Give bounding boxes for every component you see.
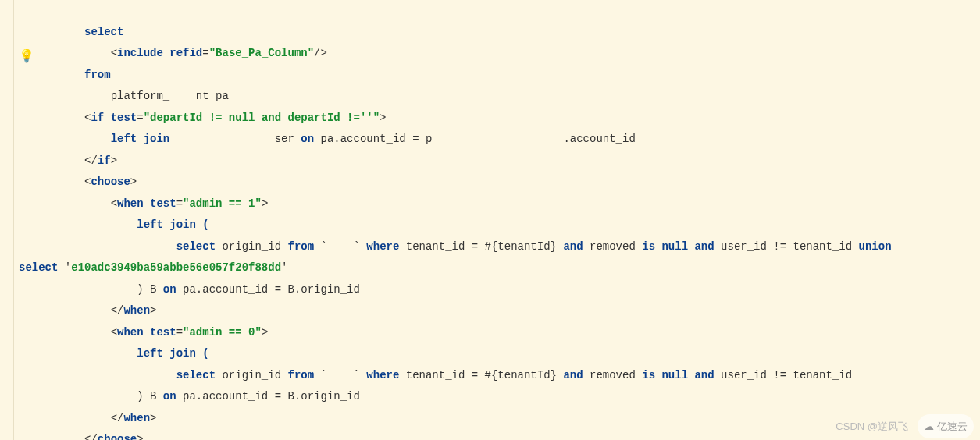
keyword-select: select: [176, 240, 216, 253]
keyword-and: and: [694, 240, 714, 253]
join-condition-b: pa.account_id = B.origin_id: [176, 283, 360, 296]
test-value-departid: "departId != null and departId !=''": [144, 112, 380, 124]
keyword-on: on: [301, 133, 314, 145]
keyword-from: from: [287, 240, 314, 253]
include-tag: include: [117, 47, 163, 59]
tag-close-open: </: [84, 154, 98, 167]
keyword-left-join-paren: left join (: [137, 347, 208, 360]
test-admin-1: "admin == 1": [183, 197, 262, 210]
keyword-from: from: [84, 69, 111, 81]
tag-close: >: [150, 412, 156, 424]
choose-tag: choose: [91, 176, 130, 188]
quote: ': [58, 261, 71, 274]
table-name-suf: nt pa: [196, 90, 229, 102]
backtick: `: [314, 240, 327, 253]
tag-close-open: </: [111, 412, 124, 424]
md5-string: e10adc3949ba59abbe56e057f20f88dd: [71, 261, 281, 274]
gutter: [0, 0, 14, 440]
keyword-left-join-paren: left join (: [137, 218, 208, 231]
equals: =: [202, 47, 208, 59]
keyword-on: on: [163, 283, 176, 296]
keyword-from: from: [287, 369, 314, 381]
if-close-tag: if: [98, 154, 111, 167]
tag-close: >: [111, 154, 117, 167]
code-editor[interactable]: select <include refid="Base_Pa_Column"/>…: [14, 0, 980, 440]
keyword-left-join: left join: [111, 133, 170, 145]
refid-value: "Base_Pa_Column": [209, 47, 314, 59]
keyword-where: where: [366, 369, 399, 381]
when-tag: when: [117, 197, 144, 210]
alias-b: ) B: [137, 283, 163, 296]
quote: ': [281, 261, 287, 274]
tag-close: >: [130, 176, 137, 188]
keyword-select: select: [19, 261, 58, 274]
keyword-where: where: [366, 240, 399, 253]
keyword-select: select: [84, 26, 123, 38]
redacted-text: [327, 369, 354, 381]
if-tag: if: [91, 112, 104, 124]
attr-refid: refid: [169, 47, 202, 59]
redacted-text: [327, 240, 354, 253]
where-clause: tenant_id = #{tenantId}: [399, 240, 563, 253]
redacted-text: [169, 90, 196, 102]
keyword-and: and: [694, 369, 714, 381]
attr-test: test: [111, 112, 137, 124]
tag-close-open: </: [111, 304, 124, 317]
column-removed: removed: [583, 240, 643, 253]
column-origin-id: origin_id: [216, 240, 287, 253]
keyword-null: null: [661, 369, 688, 381]
tag-close: >: [380, 112, 386, 124]
column-origin-id: origin_id: [216, 369, 287, 381]
tag-close: >: [262, 197, 268, 210]
condition-userid: user_id != tenant_id: [715, 240, 859, 253]
equals: =: [176, 326, 183, 339]
keyword-union: union: [859, 240, 892, 253]
keyword-and: and: [563, 369, 583, 381]
when-close-tag: when: [123, 304, 150, 317]
keyword-and: and: [563, 240, 583, 253]
space: [163, 47, 169, 59]
tag-open: <: [111, 197, 117, 210]
attr-test: test: [150, 326, 176, 339]
when-tag: when: [117, 326, 144, 339]
backtick: `: [354, 369, 367, 381]
backtick: `: [314, 369, 327, 381]
alias-b: ) B: [137, 390, 163, 403]
tag-close: >: [137, 433, 143, 440]
tag-close: />: [314, 47, 327, 59]
space: [169, 133, 176, 145]
column-removed: removed: [583, 369, 643, 381]
redacted-text: [432, 133, 563, 145]
keyword-on: on: [163, 390, 176, 403]
equals: =: [176, 197, 183, 210]
backtick: `: [354, 240, 367, 253]
where-clause: tenant_id = #{tenantId}: [399, 369, 563, 381]
when-close-tag: when: [123, 412, 150, 424]
test-admin-0: "admin == 0": [183, 326, 262, 339]
keyword-select: select: [176, 369, 216, 381]
equals: =: [137, 112, 143, 124]
text-fragment: .account_id: [563, 133, 635, 145]
keyword-is: is: [642, 240, 655, 253]
tag-close-open: </: [84, 433, 98, 440]
tag-close: >: [262, 326, 268, 339]
attr-test: test: [150, 197, 176, 210]
redacted-text: [176, 133, 275, 145]
text-fragment: ser: [275, 133, 301, 145]
keyword-null: null: [661, 240, 688, 253]
join-condition-b: pa.account_id = B.origin_id: [176, 390, 360, 403]
table-name-pre: platform_: [111, 90, 170, 102]
tag-close: >: [150, 304, 156, 317]
choose-close-tag: choose: [98, 433, 137, 440]
join-condition: pa.account_id = p: [314, 133, 432, 145]
keyword-is: is: [642, 369, 655, 381]
tag-open: <: [111, 47, 117, 59]
tag-open: <: [111, 326, 117, 339]
